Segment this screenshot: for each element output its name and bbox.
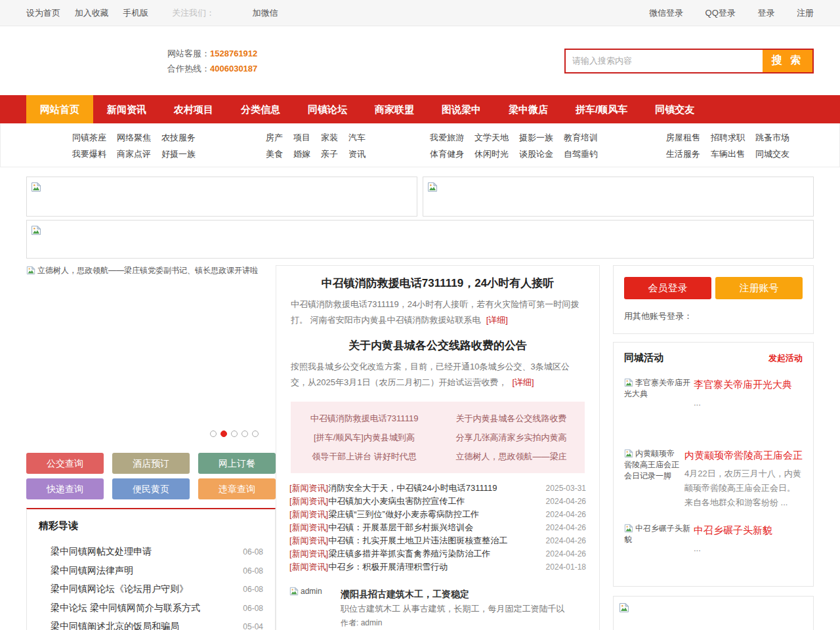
subnav-link[interactable]: 体育健身: [430, 146, 464, 162]
add-wechat-link[interactable]: 加微信: [253, 8, 278, 18]
activity-thumbnail[interactable]: 李官寨关帝庙开光大典: [624, 377, 691, 435]
subnav-link[interactable]: 休闲时光: [474, 146, 509, 162]
yellow-pages-button[interactable]: 便民黄页: [112, 478, 190, 499]
online-order-button[interactable]: 网上订餐: [198, 453, 276, 474]
nav-item-friends[interactable]: 同镇交友: [641, 95, 708, 123]
hot-link[interactable]: 关于内黄县城各公交线路收费: [438, 409, 585, 428]
slider-dot[interactable]: [210, 430, 217, 437]
activity-thumbnail[interactable]: 内黄颛顼帝喾陵高王庙会正会日记录一脚: [624, 448, 682, 510]
news-category[interactable]: [新闻资讯]: [289, 560, 328, 574]
create-activity-link[interactable]: 发起活动: [768, 352, 803, 364]
highlight-link[interactable]: 梁中同镇网论坛《论坛用户守则》: [51, 580, 188, 598]
subnav-link[interactable]: 谈股论金: [519, 146, 553, 162]
subnav-link[interactable]: 房产: [266, 129, 283, 146]
banner-ad-right[interactable]: [423, 177, 814, 217]
nav-item-classifieds[interactable]: 分类信息: [227, 95, 294, 123]
subnav-link[interactable]: 同城交友: [755, 146, 789, 162]
slider-dot[interactable]: [231, 430, 238, 437]
activity-title[interactable]: 李官寨关帝庙开光大典: [694, 377, 803, 391]
set-home-link[interactable]: 设为首页: [26, 8, 60, 18]
nav-item-merchants[interactable]: 商家联盟: [361, 95, 428, 123]
activity-thumbnail[interactable]: 中召乡碾子头新貌: [624, 523, 691, 581]
subnav-link[interactable]: 文学天地: [474, 129, 509, 146]
highlight-link[interactable]: 梁中论坛 梁中同镇网简介与联系方式: [51, 599, 200, 618]
subnav-link[interactable]: 自驾垂钓: [564, 146, 598, 162]
register-link[interactable]: 注册: [797, 8, 814, 18]
subnav-link[interactable]: 商家点评: [117, 146, 151, 162]
news-link[interactable]: 中召镇：扎实开展土地卫片违法图斑核查整治工: [328, 534, 539, 547]
news-category[interactable]: [新闻资讯]: [289, 534, 328, 547]
news-category[interactable]: [新闻资讯]: [289, 508, 328, 521]
hot-link[interactable]: [拼车/顺风车]内黄县城到高: [291, 428, 438, 447]
news-link[interactable]: 中召镇加大小麦病虫害防控宣传工作: [328, 495, 539, 508]
member-login-button[interactable]: 会员登录: [624, 277, 711, 299]
featured-article-title[interactable]: 中召镇消防救援电话7311119，24小时有人接听: [291, 274, 585, 293]
highlight-link[interactable]: 梁中同镇网帖文处理申请: [51, 543, 152, 561]
subnav-link[interactable]: 跳蚤市场: [755, 129, 789, 146]
news-link[interactable]: 梁庄镇“三到位”做好小麦赤霉病防控工作: [328, 508, 539, 521]
highlight-link[interactable]: 梁中同镇网法律声明: [51, 562, 133, 580]
featured-article-title[interactable]: 关于内黄县城各公交线路收费的公告: [291, 336, 585, 356]
subnav-link[interactable]: 家装: [321, 129, 338, 146]
highlight-link[interactable]: 梁中同镇阐述北京的饭局和骗局: [51, 618, 179, 630]
subnav-link[interactable]: 教育培训: [564, 129, 598, 146]
subnav-link[interactable]: 我爱旅游: [430, 129, 464, 146]
violation-query-button[interactable]: 违章查询: [198, 478, 276, 499]
banner-ad-wide[interactable]: [26, 220, 814, 259]
subnav-link[interactable]: 我要爆料: [72, 146, 106, 162]
search-input[interactable]: [566, 50, 763, 72]
news-category[interactable]: [新闻资讯]: [289, 547, 328, 560]
subnav-link[interactable]: 摄影一族: [519, 129, 553, 146]
activity-title[interactable]: 内黄颛顼帝喾陵高王庙会正: [684, 448, 803, 462]
nav-item-news[interactable]: 新闻资讯: [93, 95, 160, 123]
register-account-button[interactable]: 注册账号: [715, 277, 803, 299]
subnav-link[interactable]: 生活服务: [666, 146, 700, 162]
news-link[interactable]: 梁庄镇多措并举抓实畜禽养殖污染防治工作: [328, 547, 539, 560]
hot-link[interactable]: 中召镇消防救援电话7311119: [291, 409, 438, 428]
hot-link[interactable]: 立德树人，思政领航——梁庄: [438, 447, 585, 466]
detail-link[interactable]: [详细]: [512, 377, 534, 387]
mobile-version-link[interactable]: 手机版: [123, 8, 148, 18]
nav-item-photos[interactable]: 图说梁中: [428, 95, 495, 123]
hot-link[interactable]: 分享几张高清家乡实拍内黄高: [438, 428, 585, 447]
image-slider[interactable]: 立德树人，思政领航——梁庄镇党委副书记、镇长思政课开讲啦: [26, 265, 276, 445]
hot-link[interactable]: 领导干部上讲台 讲好时代思: [291, 447, 438, 466]
subnav-link[interactable]: 亲子: [321, 146, 338, 162]
nav-item-shop[interactable]: 梁中微店: [495, 95, 562, 123]
subnav-link[interactable]: 美食: [266, 146, 283, 162]
subnav-link[interactable]: 项目: [293, 129, 310, 146]
wechat-login-link[interactable]: 微信登录: [649, 8, 683, 18]
slider-dot-active[interactable]: [220, 430, 227, 437]
activity-title[interactable]: 中召乡碾子头新貌: [694, 523, 803, 537]
news-link[interactable]: 中召镇：开展基层干部乡村振兴培训会: [328, 521, 539, 534]
news-category[interactable]: [新闻资讯]: [289, 521, 328, 534]
subnav-link[interactable]: 同镇茶座: [72, 129, 106, 146]
login-link[interactable]: 登录: [757, 8, 774, 18]
subnav-link[interactable]: 车辆出售: [711, 146, 745, 162]
avatar[interactable]: admin: [289, 587, 334, 630]
subnav-link[interactable]: 汽车: [348, 129, 366, 146]
bus-query-button[interactable]: 公交查询: [26, 453, 104, 474]
add-favorite-link[interactable]: 加入收藏: [75, 8, 109, 18]
hotel-booking-button[interactable]: 酒店预订: [112, 453, 190, 474]
news-link[interactable]: 消防安全大于天，中召镇24小时电话7311119: [328, 482, 539, 495]
slider-dot[interactable]: [242, 430, 248, 437]
express-query-button[interactable]: 快递查询: [26, 478, 104, 499]
subnav-link[interactable]: 农技服务: [161, 129, 196, 146]
banner-ad-left[interactable]: [26, 177, 417, 217]
subnav-link[interactable]: 网络聚焦: [117, 129, 151, 146]
news-category[interactable]: [新闻资讯]: [289, 482, 328, 495]
nav-item-home[interactable]: 网站首页: [26, 95, 93, 123]
nav-item-rural-projects[interactable]: 农村项目: [160, 95, 227, 123]
slider-dot[interactable]: [252, 430, 259, 437]
post-title[interactable]: 濮阳县招古建筑木工，工资稳定: [341, 587, 586, 602]
subnav-link[interactable]: 好摄一族: [161, 146, 196, 162]
detail-link[interactable]: [详细]: [486, 315, 508, 325]
nav-item-forum[interactable]: 同镇论坛: [294, 95, 361, 123]
subnav-link[interactable]: 房屋租售: [666, 129, 700, 146]
search-button[interactable]: 搜 索: [763, 50, 812, 72]
news-category[interactable]: [新闻资讯]: [289, 495, 328, 508]
subnav-link[interactable]: 婚嫁: [293, 146, 310, 162]
subnav-link[interactable]: 招聘求职: [711, 129, 745, 146]
nav-item-carpool[interactable]: 拼车/顺风车: [562, 95, 641, 123]
